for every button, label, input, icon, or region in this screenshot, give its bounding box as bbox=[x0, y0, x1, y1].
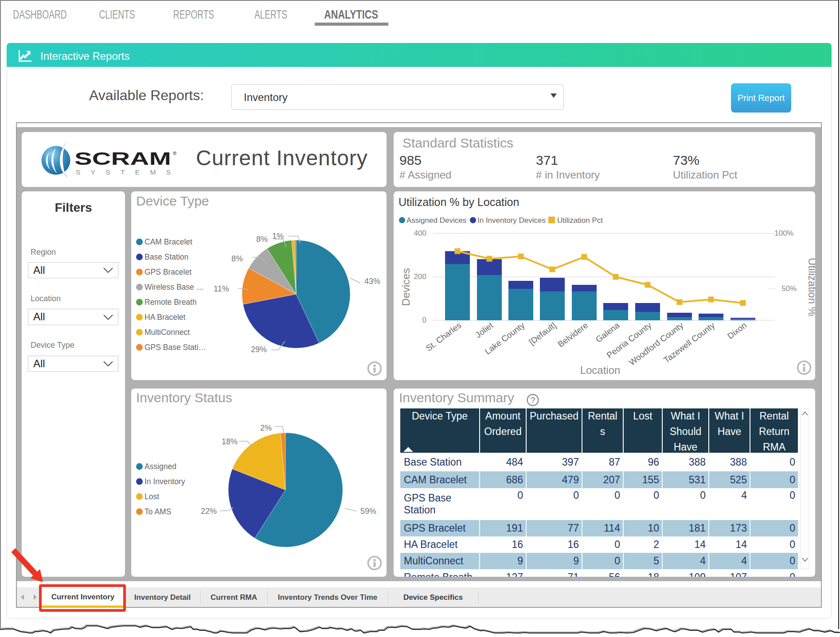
svg-text:HA Bracelet: HA Bracelet bbox=[145, 313, 186, 322]
svg-text:11%: 11% bbox=[214, 284, 229, 293]
svg-text:2%: 2% bbox=[260, 423, 272, 432]
svg-text:Assigned Devices: Assigned Devices bbox=[406, 216, 466, 225]
svg-text:In Inventory: In Inventory bbox=[145, 477, 185, 486]
svg-text:[Default]: [Default] bbox=[527, 320, 558, 346]
svg-text:Utilization %: Utilization % bbox=[806, 258, 815, 316]
svg-text:22%: 22% bbox=[201, 507, 217, 516]
svg-text:Utilization Pct: Utilization Pct bbox=[557, 216, 603, 225]
svg-text:50%: 50% bbox=[781, 284, 797, 293]
svg-text:200: 200 bbox=[414, 272, 426, 281]
svg-text:SCRAM: SCRAM bbox=[74, 148, 171, 169]
svg-text:GPS Base Stati…: GPS Base Stati… bbox=[145, 343, 206, 352]
svg-text:Device Type: Device Type bbox=[136, 194, 209, 208]
svg-text:0: 0 bbox=[422, 316, 426, 324]
svg-text:Devices: Devices bbox=[400, 268, 412, 306]
svg-text:Dixon: Dixon bbox=[726, 320, 748, 341]
svg-text:Utilization % by Location: Utilization % by Location bbox=[399, 196, 519, 208]
svg-text:Assigned: Assigned bbox=[145, 462, 176, 471]
svg-text:GPS Bracelet: GPS Bracelet bbox=[145, 268, 191, 276]
svg-text:Base Station: Base Station bbox=[145, 252, 188, 261]
svg-text:100%: 100% bbox=[774, 229, 793, 237]
svg-text:Belvidere: Belvidere bbox=[556, 320, 590, 349]
svg-text:CAM Bracelet: CAM Bracelet bbox=[145, 237, 192, 246]
svg-text:Joliet: Joliet bbox=[473, 320, 495, 340]
svg-text:In Inventory Devices: In Inventory Devices bbox=[477, 216, 546, 225]
svg-text:Remote Breath: Remote Breath bbox=[145, 298, 197, 307]
svg-text:8%: 8% bbox=[231, 254, 243, 263]
svg-text:Lost: Lost bbox=[145, 492, 159, 501]
svg-text:Galena: Galena bbox=[594, 320, 621, 344]
svg-text:29%: 29% bbox=[251, 345, 267, 354]
svg-text:Location: Location bbox=[580, 364, 621, 376]
svg-text:8%: 8% bbox=[256, 235, 268, 244]
svg-text:St. Charles: St. Charles bbox=[424, 320, 463, 353]
svg-text:59%: 59% bbox=[360, 507, 376, 516]
svg-text:®: ® bbox=[173, 151, 176, 156]
svg-text:Woodford County: Woodford County bbox=[627, 320, 685, 367]
svg-text:Inventory Status: Inventory Status bbox=[136, 390, 232, 405]
svg-text:?: ? bbox=[531, 396, 535, 405]
svg-text:SYSTEMS: SYSTEMS bbox=[76, 168, 171, 176]
svg-text:18%: 18% bbox=[222, 437, 238, 446]
svg-text:Wireless Base …: Wireless Base … bbox=[145, 283, 204, 291]
svg-text:MultiConnect: MultiConnect bbox=[145, 328, 190, 337]
svg-text:To AMS: To AMS bbox=[145, 507, 171, 516]
svg-text:43%: 43% bbox=[364, 277, 380, 286]
svg-text:400: 400 bbox=[414, 229, 426, 237]
